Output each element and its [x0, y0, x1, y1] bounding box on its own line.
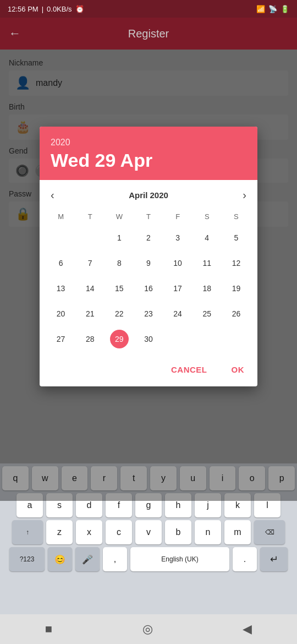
calendar-day[interactable]: 20	[46, 301, 75, 326]
calendar-day[interactable]: 17	[163, 276, 193, 301]
status-bar: 12:56 PM | 0.0KB/s ⏰ 📶 📡 🔋	[0, 0, 297, 18]
calendar-day[interactable]: 15	[105, 276, 134, 301]
calendar-day[interactable]: 25	[193, 301, 222, 326]
date-picker-dialog: 2020 Wed 29 Apr ‹ April 2020 › MTWTFSS 1…	[40, 127, 257, 386]
day-header: W	[105, 210, 134, 225]
key-backspace[interactable]: ⌫	[254, 520, 285, 544]
calendar-day[interactable]: 23	[134, 301, 163, 326]
key-period[interactable]: .	[233, 547, 257, 571]
calendar-day[interactable]: 22	[105, 301, 134, 326]
key-shift[interactable]: ↑	[12, 520, 43, 544]
calendar-day[interactable]: 29	[105, 326, 134, 352]
calendar-year: 2020	[51, 138, 246, 148]
calendar-day[interactable]: 24	[163, 301, 193, 326]
app-bar: ← Register	[0, 18, 297, 50]
stop-button[interactable]: ■	[45, 622, 52, 636]
signal-icon: 📶	[256, 5, 265, 13]
calendar-day[interactable]: 9	[134, 250, 163, 276]
calendar-day	[163, 326, 193, 352]
key-comma[interactable]: ,	[103, 547, 127, 571]
calendar-day[interactable]: 1	[105, 225, 134, 250]
page-title: Register	[30, 28, 267, 40]
calendar-day	[222, 326, 251, 352]
calendar-day[interactable]: 19	[222, 276, 251, 301]
status-left: 12:56 PM | 0.0KB/s ⏰	[8, 5, 84, 13]
key-v[interactable]: v	[135, 520, 162, 544]
calendar-day	[46, 225, 75, 250]
calendar-day[interactable]: 18	[193, 276, 222, 301]
prev-month-button[interactable]: ‹	[46, 187, 59, 204]
network-speed: 0.0KB/s	[47, 5, 72, 13]
calendar-day[interactable]: 21	[75, 301, 105, 326]
day-header-row: MTWTFSS	[46, 210, 251, 225]
day-header: F	[163, 210, 193, 225]
status-right: 📶 📡 🔋	[256, 5, 289, 13]
day-header: T	[134, 210, 163, 225]
calendar-day[interactable]: 26	[222, 301, 251, 326]
wifi-icon: 📡	[268, 5, 277, 13]
next-month-button[interactable]: ›	[238, 187, 251, 204]
calendar-header: 2020 Wed 29 Apr	[40, 127, 257, 180]
key-b[interactable]: b	[165, 520, 191, 544]
day-header: S	[222, 210, 251, 225]
key-c[interactable]: c	[106, 520, 132, 544]
calendar-day	[75, 225, 105, 250]
key-z[interactable]: z	[46, 520, 73, 544]
calendar-day[interactable]: 2	[134, 225, 163, 250]
key-numbers[interactable]: ?123	[9, 547, 45, 571]
calendar-day[interactable]: 4	[193, 225, 222, 250]
calendar-day[interactable]: 5	[222, 225, 251, 250]
back-nav-button[interactable]: ◀	[243, 622, 252, 636]
calendar-day[interactable]: 3	[163, 225, 193, 250]
calendar-day[interactable]: 30	[134, 326, 163, 352]
ok-button[interactable]: OK	[225, 361, 251, 379]
day-header: M	[46, 210, 75, 225]
keyboard-row-3: ↑ z x c v b n m ⌫	[0, 517, 297, 544]
calendar-week-row: 13141516171819	[46, 276, 251, 301]
calendar-day[interactable]: 6	[46, 250, 75, 276]
calendar-day[interactable]: 14	[75, 276, 105, 301]
calendar-day[interactable]: 28	[75, 326, 105, 352]
calendar-day[interactable]: 8	[105, 250, 134, 276]
day-header: S	[193, 210, 222, 225]
key-emoji[interactable]: 😊	[48, 547, 72, 571]
calendar-body: ‹ April 2020 › MTWTFSS 12345678910111213…	[40, 180, 257, 356]
calendar-day[interactable]: 27	[46, 326, 75, 352]
cancel-button[interactable]: CANCEL	[164, 361, 214, 379]
calendar-day	[193, 326, 222, 352]
key-x[interactable]: x	[76, 520, 102, 544]
battery-icon: 🔋	[280, 5, 289, 13]
calendar-nav: ‹ April 2020 ›	[46, 187, 251, 204]
key-mic[interactable]: 🎤	[75, 547, 100, 571]
calendar-actions: CANCEL OK	[40, 356, 257, 386]
month-year-label: April 2020	[129, 190, 168, 200]
time-label: 12:56 PM	[8, 5, 38, 13]
calendar-week-row: 12345	[46, 225, 251, 250]
calendar-day[interactable]: 11	[193, 250, 222, 276]
calendar-week-row: 27282930	[46, 326, 251, 352]
separator: |	[42, 5, 43, 13]
key-m[interactable]: m	[224, 520, 251, 544]
calendar-day[interactable]: 7	[75, 250, 105, 276]
calendar-day[interactable]: 16	[134, 276, 163, 301]
calendar-day[interactable]: 12	[222, 250, 251, 276]
day-header: T	[75, 210, 105, 225]
back-button[interactable]: ←	[9, 26, 21, 41]
calendar-day[interactable]: 10	[163, 250, 193, 276]
key-space[interactable]: English (UK)	[130, 547, 229, 571]
calendar-week-row: 20212223242526	[46, 301, 251, 326]
home-button[interactable]: ◎	[142, 622, 153, 636]
key-enter[interactable]: ↵	[260, 547, 288, 571]
alarm-icon: ⏰	[75, 5, 84, 13]
calendar-selected-date: Wed 29 Apr	[51, 150, 246, 171]
calendar-week-row: 6789101112	[46, 250, 251, 276]
calendar-day[interactable]: 13	[46, 276, 75, 301]
nav-bar: ■ ◎ ◀	[0, 614, 297, 644]
key-n[interactable]: n	[195, 520, 221, 544]
calendar-grid: MTWTFSS 12345678910111213141516171819202…	[46, 210, 251, 352]
keyboard-row-4: ?123 😊 🎤 , English (UK) . ↵	[0, 544, 297, 571]
